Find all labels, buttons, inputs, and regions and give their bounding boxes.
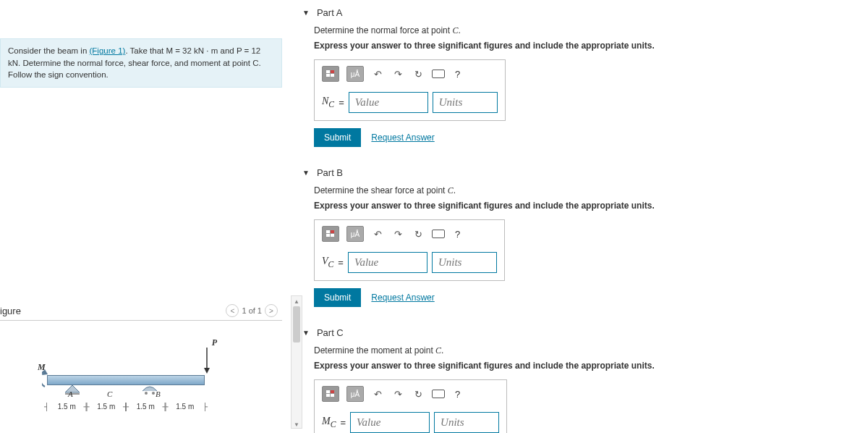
units-input[interactable] xyxy=(433,92,498,113)
redo-icon[interactable]: ↷ xyxy=(391,227,404,240)
figure-scrollbar[interactable]: ▲ ▼ xyxy=(291,295,302,429)
svg-rect-13 xyxy=(326,234,330,237)
template-button[interactable] xyxy=(322,386,339,402)
load-p-label: P xyxy=(212,337,217,348)
question-text: Determine the normal force at point C. xyxy=(314,25,868,36)
scroll-up-icon[interactable]: ▲ xyxy=(292,296,302,306)
figure-link[interactable]: (Figure 1) xyxy=(90,46,126,55)
dim-4: 1.5 m xyxy=(166,403,205,413)
instruction-text: Express your answer to three significant… xyxy=(314,361,868,371)
dimension-line: 1.5 m 1.5 m 1.5 m 1.5 m xyxy=(47,403,205,413)
help-icon[interactable]: ? xyxy=(452,69,463,80)
dim-2: 1.5 m xyxy=(87,403,127,413)
variable-label: NC xyxy=(322,96,334,109)
keyboard-icon[interactable] xyxy=(432,67,445,80)
reset-icon[interactable]: ↻ xyxy=(412,387,425,400)
submit-button[interactable]: Submit xyxy=(314,128,361,147)
svg-point-6 xyxy=(152,392,155,395)
problem-statement: Consider the beam in (Figure 1). Take th… xyxy=(0,38,282,88)
units-input[interactable] xyxy=(432,252,497,273)
symbols-button[interactable]: μÅ xyxy=(346,66,364,82)
equals-sign: = xyxy=(340,417,346,428)
value-input[interactable] xyxy=(349,92,428,113)
beam-body xyxy=(47,375,205,385)
point-a-label: A xyxy=(68,390,73,398)
symbols-button[interactable]: μÅ xyxy=(346,226,364,242)
request-answer-link[interactable]: Request Answer xyxy=(371,293,434,303)
svg-point-5 xyxy=(145,392,148,395)
request-answer-link[interactable]: Request Answer xyxy=(371,133,434,143)
caret-down-icon: ▼ xyxy=(302,9,310,17)
help-icon[interactable]: ? xyxy=(452,389,463,400)
answer-box: μÅ ↶ ↷ ↻ ? NC = xyxy=(314,59,506,121)
answer-box: μÅ ↶ ↷ ↻ ? MC = xyxy=(314,379,507,433)
part-header[interactable]: ▼ Part B xyxy=(302,160,868,184)
variable-label: VC xyxy=(322,256,333,269)
submit-button[interactable]: Submit xyxy=(314,288,361,307)
svg-rect-11 xyxy=(326,230,330,233)
figure-title: igure xyxy=(0,306,21,316)
redo-icon[interactable]: ↷ xyxy=(391,67,404,80)
point-c-label: C xyxy=(107,390,112,398)
svg-rect-10 xyxy=(331,74,334,77)
caret-down-icon: ▼ xyxy=(302,329,310,337)
keyboard-icon[interactable] xyxy=(432,227,445,240)
question-text: Determine the shear force at point C. xyxy=(314,185,868,196)
answer-toolbar: μÅ ↶ ↷ ↻ ? xyxy=(315,380,506,408)
figure-next-button[interactable]: > xyxy=(265,304,278,317)
symbols-button[interactable]: μÅ xyxy=(346,386,364,402)
svg-rect-14 xyxy=(331,234,334,237)
equals-sign: = xyxy=(338,257,344,268)
value-input[interactable] xyxy=(348,252,427,273)
part-header[interactable]: ▼ Part A xyxy=(302,0,868,24)
caret-down-icon: ▼ xyxy=(302,169,310,177)
scroll-thumb[interactable] xyxy=(293,306,300,342)
part-title: Part B xyxy=(317,167,343,178)
svg-rect-12 xyxy=(331,230,334,233)
undo-icon[interactable]: ↶ xyxy=(371,387,384,400)
svg-rect-18 xyxy=(331,394,334,397)
svg-rect-9 xyxy=(326,74,330,77)
value-input[interactable] xyxy=(350,412,430,433)
point-b-label: B xyxy=(156,390,161,398)
svg-rect-7 xyxy=(326,70,330,73)
question-text: Determine the moment at point C. xyxy=(314,345,868,356)
scroll-down-icon[interactable]: ▼ xyxy=(292,419,302,429)
part-title: Part A xyxy=(317,7,342,18)
figure-nav: < 1 of 1 > xyxy=(226,304,282,317)
reset-icon[interactable]: ↻ xyxy=(412,227,425,240)
figure-counter: 1 of 1 xyxy=(242,306,262,315)
part-header[interactable]: ▼ Part C xyxy=(302,320,868,344)
undo-icon[interactable]: ↶ xyxy=(371,227,384,240)
units-input[interactable] xyxy=(434,412,499,433)
template-button[interactable] xyxy=(322,66,339,82)
keyboard-icon[interactable] xyxy=(432,387,445,400)
svg-rect-17 xyxy=(326,394,330,397)
answer-toolbar: μÅ ↶ ↷ ↻ ? xyxy=(315,60,505,88)
figure-panel-header: igure < 1 of 1 > xyxy=(0,301,282,321)
svg-marker-1 xyxy=(204,368,210,374)
svg-rect-8 xyxy=(331,70,334,73)
template-button[interactable] xyxy=(322,226,339,242)
instruction-text: Express your answer to three significant… xyxy=(314,41,868,51)
help-icon[interactable]: ? xyxy=(452,229,463,240)
svg-rect-15 xyxy=(326,390,330,393)
part-title: Part C xyxy=(317,327,344,338)
dim-3: 1.5 m xyxy=(126,403,166,413)
answer-box: μÅ ↶ ↷ ↻ ? VC = xyxy=(314,219,505,281)
load-p-arrow-icon xyxy=(203,346,211,375)
figure-prev-button[interactable]: < xyxy=(226,304,239,317)
svg-rect-16 xyxy=(331,390,334,393)
reset-icon[interactable]: ↻ xyxy=(412,67,425,80)
problem-prefix: Consider the beam in xyxy=(8,46,90,55)
undo-icon[interactable]: ↶ xyxy=(371,67,384,80)
figure-diagram: P M A C B 1.5 m 1.5 m 1.5 m 1.5 m xyxy=(43,346,224,433)
answer-toolbar: μÅ ↶ ↷ ↻ ? xyxy=(315,220,504,248)
dim-1: 1.5 m xyxy=(47,403,87,413)
redo-icon[interactable]: ↷ xyxy=(391,387,404,400)
variable-label: MC xyxy=(322,416,336,429)
equals-sign: = xyxy=(339,97,344,108)
instruction-text: Express your answer to three significant… xyxy=(314,201,868,211)
